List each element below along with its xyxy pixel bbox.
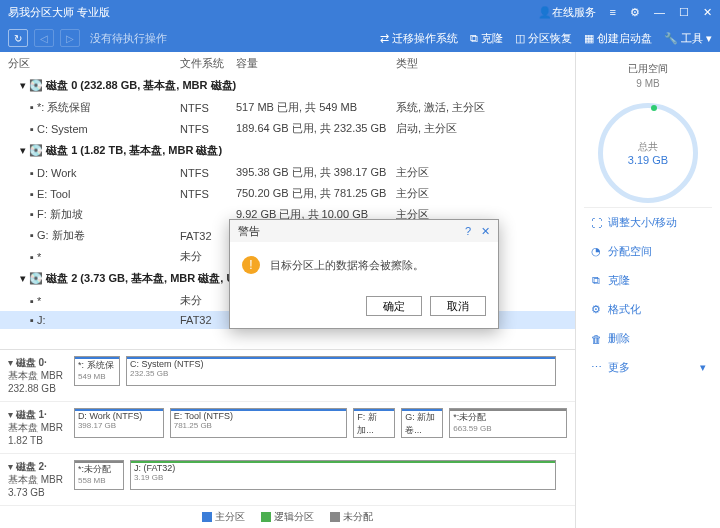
action-icon: ◔	[590, 245, 602, 258]
partition-bar-segment[interactable]: C: System (NTFS)232.35 GB	[126, 356, 556, 386]
undo-button[interactable]: ↻	[8, 29, 28, 47]
disk-bar-row: ▾ 磁盘 0·基本盘 MBR232.88 GB*: 系统保549 MBC: Sy…	[0, 350, 575, 402]
legend: 主分区 逻辑分区 未分配	[0, 506, 575, 528]
partition-bar-segment[interactable]: *:未分配663.59 GB	[449, 408, 567, 438]
used-space-label: 已用空间	[584, 62, 712, 76]
ok-button[interactable]: 确定	[366, 296, 422, 316]
action-item[interactable]: ◔分配空间	[584, 237, 712, 266]
disk-icon: ▾ 💽	[20, 272, 46, 284]
partition-row[interactable]: ▪ *: 系统保留NTFS517 MB 已用, 共 549 MB系统, 激活, …	[0, 97, 575, 118]
partition-bar-segment[interactable]: G: 新加卷...10.00 GB	[401, 408, 443, 438]
used-space-value: 9 MB	[584, 78, 712, 89]
clone-button[interactable]: ⧉ 克隆	[470, 31, 503, 46]
partition-bar-segment[interactable]: *: 系统保549 MB	[74, 356, 120, 386]
table-header: 分区 文件系统 容量 类型	[0, 52, 575, 74]
disk-header[interactable]: ▾ 💽 磁盘 0 (232.88 GB, 基本盘, MBR 磁盘)	[0, 74, 575, 97]
bootdisk-button[interactable]: ▦ 创建启动盘	[584, 31, 652, 46]
col-filesystem: 文件系统	[180, 56, 236, 71]
right-panel: 已用空间 9 MB 总共 3.19 GB ⛶调整大小/移动◔分配空间⧉克隆⚙格式…	[576, 52, 720, 528]
partition-bar-segment[interactable]: J: (FAT32)3.19 GB	[130, 460, 556, 490]
partition-bar-segment[interactable]: E: Tool (NTFS)781.25 GB	[170, 408, 348, 438]
disk-icon: ▾ 💽	[20, 144, 46, 156]
partition-row[interactable]: ▪ E: ToolNTFS750.20 GB 已用, 共 781.25 GB主分…	[0, 183, 575, 204]
disk-icon: ▾ 💽	[20, 79, 46, 91]
maximize-button[interactable]: ☐	[679, 6, 689, 19]
minimize-button[interactable]: —	[654, 6, 665, 18]
online-service-link[interactable]: 👤在线服务	[538, 5, 596, 20]
partition-bar-segment[interactable]: *:未分配558 MB	[74, 460, 124, 490]
cancel-button[interactable]: 取消	[430, 296, 486, 316]
partition-row[interactable]: ▪ C: SystemNTFS189.64 GB 已用, 共 232.35 GB…	[0, 118, 575, 139]
next-button[interactable]: ▷	[60, 29, 80, 47]
settings-icon[interactable]: ⚙	[630, 6, 640, 19]
pending-ops-label: 没有待执行操作	[90, 31, 167, 46]
close-button[interactable]: ✕	[703, 6, 712, 19]
migrate-os-button[interactable]: ⇄ 迁移操作系统	[380, 31, 458, 46]
dialog-close-icon[interactable]: ✕	[481, 225, 490, 238]
disk-bar-area: ▾ 磁盘 0·基本盘 MBR232.88 GB*: 系统保549 MBC: Sy…	[0, 349, 575, 506]
action-item[interactable]: ⋯更多▾	[584, 353, 712, 382]
disk-header[interactable]: ▾ 💽 磁盘 1 (1.82 TB, 基本盘, MBR 磁盘)	[0, 139, 575, 162]
dialog-title: 警告	[238, 224, 260, 239]
action-icon: ⋯	[590, 361, 602, 374]
action-icon: ⧉	[590, 274, 602, 287]
titlebar: 易我分区大师 专业版 👤在线服务 ≡ ⚙ — ☐ ✕	[0, 0, 720, 24]
warning-icon: !	[242, 256, 260, 274]
action-icon: ⚙	[590, 303, 602, 316]
tools-button[interactable]: 🔧 工具 ▾	[664, 31, 712, 46]
col-type: 类型	[396, 56, 567, 71]
disk-bar-row: ▾ 磁盘 2·基本盘 MBR3.73 GB*:未分配558 MBJ: (FAT3…	[0, 454, 575, 506]
help-icon[interactable]: ?	[465, 225, 471, 238]
dialog-message: 目标分区上的数据将会被擦除。	[270, 258, 424, 273]
col-partition: 分区	[8, 56, 180, 71]
toolbar: ↻ ◁ ▷ 没有待执行操作 ⇄ 迁移操作系统 ⧉ 克隆 ◫ 分区恢复 ▦ 创建启…	[0, 24, 720, 52]
action-item[interactable]: ⧉克隆	[584, 266, 712, 295]
prev-button[interactable]: ◁	[34, 29, 54, 47]
capacity-chart: 总共 3.19 GB	[598, 103, 698, 203]
col-capacity: 容量	[236, 56, 396, 71]
disk-bar-row: ▾ 磁盘 1·基本盘 MBR1.82 TBD: Work (NTFS)398.1…	[0, 402, 575, 454]
partition-bar-segment[interactable]: F: 新加...10.00 GB	[353, 408, 395, 438]
app-title: 易我分区大师 专业版	[8, 5, 538, 20]
recover-button[interactable]: ◫ 分区恢复	[515, 31, 572, 46]
action-item[interactable]: 🗑删除	[584, 324, 712, 353]
partition-bar-segment[interactable]: D: Work (NTFS)398.17 GB	[74, 408, 164, 438]
action-icon: ⛶	[590, 217, 602, 229]
warning-dialog: 警告 ? ✕ ! 目标分区上的数据将会被擦除。 确定 取消	[229, 219, 499, 329]
action-icon: 🗑	[590, 333, 602, 345]
partition-row[interactable]: ▪ D: WorkNTFS395.38 GB 已用, 共 398.17 GB主分…	[0, 162, 575, 183]
action-item[interactable]: ⛶调整大小/移动	[584, 208, 712, 237]
action-list: ⛶调整大小/移动◔分配空间⧉克隆⚙格式化🗑删除⋯更多▾	[584, 207, 712, 382]
action-item[interactable]: ⚙格式化	[584, 295, 712, 324]
menu-icon[interactable]: ≡	[610, 6, 616, 18]
